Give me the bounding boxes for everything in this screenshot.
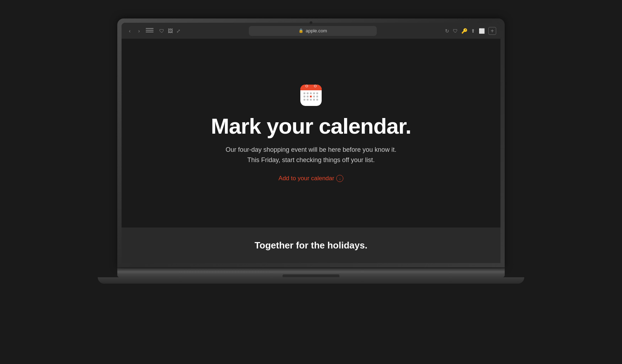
svg-rect-10 (310, 96, 312, 97)
laptop-lid: ‹ › 🛡 🖼 ⤢ 🔒 apple.com (117, 18, 505, 267)
sidebar-toggle-button[interactable] (146, 28, 154, 34)
download-arrow-icon: ↓ (339, 176, 341, 181)
url-display: apple.com (306, 28, 327, 33)
browser-toolbar: ‹ › 🛡 🖼 ⤢ 🔒 apple.com (122, 23, 500, 39)
svg-rect-5 (310, 92, 312, 94)
laptop-bottom (98, 277, 524, 284)
toolbar-icons: 🛡 🖼 ⤢ (159, 28, 181, 34)
key-icon[interactable]: 🔑 (461, 28, 467, 34)
footer-section: Together for the holidays. (122, 228, 500, 263)
calendar-link-text: Add to your calendar (279, 175, 334, 182)
svg-rect-14 (307, 99, 309, 101)
webpage-content: Mark your calendar. Our four-day shoppin… (122, 39, 500, 263)
new-tab-button[interactable]: + (488, 27, 496, 35)
address-bar[interactable]: 🔒 apple.com (249, 26, 377, 36)
browser-nav: ‹ › (126, 27, 155, 35)
page-subheadline: Our four-day shopping event will be here… (226, 145, 396, 165)
footer-headline: Together for the holidays. (254, 240, 367, 251)
svg-rect-13 (304, 99, 305, 101)
svg-rect-9 (307, 96, 309, 97)
svg-rect-11 (313, 96, 315, 97)
svg-rect-7 (316, 92, 318, 94)
extensions-icon[interactable]: ⤢ (176, 28, 181, 34)
add-to-calendar-link[interactable]: Add to your calendar ↓ (279, 175, 344, 182)
svg-rect-6 (313, 92, 315, 94)
svg-rect-4 (307, 92, 309, 94)
laptop-base (117, 269, 505, 277)
svg-rect-16 (313, 99, 315, 101)
svg-rect-12 (316, 96, 318, 97)
address-bar-container: 🔒 apple.com (183, 26, 442, 36)
download-circle-icon: ↓ (336, 175, 343, 182)
reload-button[interactable]: ↻ (445, 28, 449, 34)
svg-rect-15 (310, 99, 312, 101)
tab-overview-button[interactable]: ⬜ (479, 28, 485, 34)
calendar-app-icon (300, 85, 322, 106)
share-button[interactable]: ⬆ (471, 28, 475, 34)
laptop-screen: ‹ › 🛡 🖼 ⤢ 🔒 apple.com (122, 23, 500, 263)
forward-button[interactable]: › (135, 27, 143, 35)
shield-check-icon[interactable]: 🛡 (453, 28, 458, 34)
svg-rect-3 (304, 92, 305, 94)
back-button[interactable]: ‹ (126, 27, 134, 35)
browser-right-controls: ↻ 🛡 🔑 ⬆ ⬜ + (445, 27, 496, 35)
hero-section: Mark your calendar. Our four-day shoppin… (122, 39, 500, 228)
svg-rect-17 (316, 99, 318, 101)
laptop-wrapper: ‹ › 🛡 🖼 ⤢ 🔒 apple.com (116, 18, 506, 346)
media-icon[interactable]: 🖼 (168, 28, 173, 34)
shield-icon[interactable]: 🛡 (159, 28, 164, 34)
svg-rect-8 (304, 96, 305, 97)
laptop-notch (283, 274, 339, 277)
page-headline: Mark your calendar. (211, 114, 411, 138)
lock-icon: 🔒 (299, 28, 304, 33)
